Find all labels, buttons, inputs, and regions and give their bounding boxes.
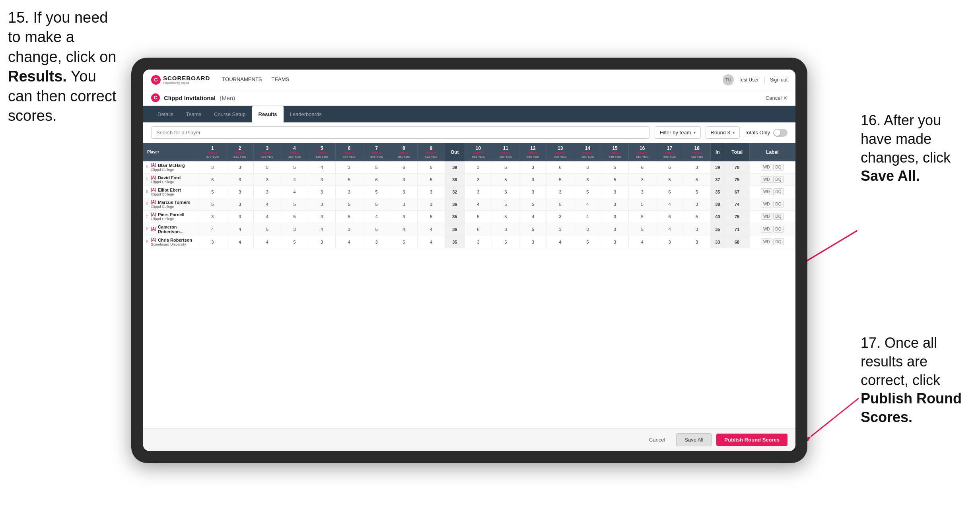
label-btn-wd[interactable]: WD [761,201,772,207]
score-hole-11[interactable]: 3 [492,223,519,236]
score-hole-10[interactable]: 3 [465,186,492,198]
score-hole-7[interactable]: 5 [363,198,390,210]
score-hole-17[interactable]: 6 [656,210,683,223]
drag-handle[interactable]: ⠿ [146,165,148,169]
score-hole-13[interactable]: 5 [546,198,574,210]
label-btn-dq[interactable]: DQ [773,176,784,183]
score-hole-13[interactable]: 6 [546,161,574,174]
score-hole-10[interactable]: 3 [465,161,492,174]
score-hole-11[interactable]: 3 [492,186,519,198]
score-hole-7[interactable]: 5 [363,223,390,236]
score-hole-17[interactable]: 4 [656,223,683,236]
score-hole-1[interactable]: 5 [199,186,226,198]
label-btn-dq[interactable]: DQ [773,188,784,195]
score-hole-2[interactable]: 3 [226,198,254,210]
score-hole-5[interactable]: 4 [308,161,336,174]
label-btn-dq[interactable]: DQ [773,213,784,220]
label-btn-dq[interactable]: DQ [773,164,784,170]
score-hole-17[interactable]: 6 [656,186,683,198]
score-hole-10[interactable]: 6 [465,223,492,236]
label-btn-wd[interactable]: WD [761,226,772,232]
score-hole-11[interactable]: 5 [492,236,519,248]
score-hole-13[interactable]: 3 [546,223,574,236]
score-hole-18[interactable]: 5 [683,173,711,186]
score-hole-10[interactable]: 4 [465,198,492,210]
score-hole-6[interactable]: 5 [336,210,363,223]
label-btn-wd[interactable]: WD [761,164,772,170]
score-hole-15[interactable]: 3 [601,236,629,248]
score-hole-4[interactable]: 5 [281,161,308,174]
score-hole-14[interactable]: 5 [574,236,601,248]
score-hole-18[interactable]: 3 [683,198,711,210]
score-hole-6[interactable]: 4 [336,236,363,248]
filter-by-team-dropdown[interactable]: Filter by team ▾ [655,126,701,139]
publish-round-scores-button[interactable]: Publish Round Scores [716,434,788,446]
drag-handle[interactable]: ⠿ [146,202,148,206]
score-hole-3[interactable]: 5 [253,223,281,236]
score-hole-4[interactable]: 5 [281,198,308,210]
score-hole-9[interactable]: 5 [418,210,445,223]
score-hole-2[interactable]: 3 [226,186,254,198]
tab-details[interactable]: Details [151,106,180,122]
score-hole-2[interactable]: 4 [226,223,254,236]
score-hole-9[interactable]: 3 [418,186,445,198]
label-btn-wd[interactable]: WD [761,176,772,183]
score-hole-9[interactable]: 5 [418,173,445,186]
score-hole-16[interactable]: 3 [628,173,656,186]
search-input[interactable] [151,126,650,139]
score-hole-3[interactable]: 4 [253,198,281,210]
score-hole-16[interactable]: 3 [628,186,656,198]
score-hole-7[interactable]: 6 [363,173,390,186]
score-hole-3[interactable]: 4 [253,210,281,223]
label-btn-dq[interactable]: DQ [773,226,784,232]
score-hole-5[interactable]: 3 [308,210,336,223]
score-hole-13[interactable]: 3 [546,186,574,198]
score-hole-6[interactable]: 5 [336,198,363,210]
score-hole-12[interactable]: 3 [519,186,547,198]
score-hole-16[interactable]: 5 [628,198,656,210]
score-hole-2[interactable]: 3 [226,173,254,186]
score-hole-11[interactable]: 5 [492,198,519,210]
score-hole-9[interactable]: 5 [418,161,445,174]
score-hole-1[interactable]: 3 [199,161,226,174]
score-hole-18[interactable]: 5 [683,210,711,223]
score-hole-12[interactable]: 5 [519,198,547,210]
score-hole-6[interactable]: 3 [336,186,363,198]
score-hole-14[interactable]: 3 [574,173,601,186]
tab-teams[interactable]: Teams [180,106,208,122]
score-hole-4[interactable]: 4 [281,186,308,198]
score-hole-3[interactable]: 5 [253,161,281,174]
score-hole-14[interactable]: 5 [574,186,601,198]
score-hole-4[interactable]: 4 [281,173,308,186]
score-hole-16[interactable]: 6 [628,161,656,174]
save-all-button[interactable]: Save All [676,433,712,446]
label-btn-dq[interactable]: DQ [773,201,784,207]
score-hole-9[interactable]: 4 [418,223,445,236]
score-hole-5[interactable]: 3 [308,186,336,198]
score-hole-4[interactable]: 5 [281,236,308,248]
score-hole-12[interactable]: 3 [519,173,547,186]
score-hole-17[interactable]: 5 [656,173,683,186]
score-hole-14[interactable]: 4 [574,210,601,223]
score-hole-4[interactable]: 5 [281,210,308,223]
score-hole-3[interactable]: 3 [253,186,281,198]
score-hole-8[interactable]: 3 [390,186,418,198]
score-hole-7[interactable]: 4 [363,210,390,223]
score-hole-10[interactable]: 3 [465,236,492,248]
score-hole-13[interactable]: 4 [546,236,574,248]
cancel-tournament-btn[interactable]: Cancel ✕ [766,95,788,101]
score-hole-8[interactable]: 6 [390,161,418,174]
label-btn-wd[interactable]: WD [761,213,772,220]
score-hole-15[interactable]: 5 [601,161,629,174]
score-hole-1[interactable]: 4 [199,223,226,236]
score-hole-17[interactable]: 3 [656,236,683,248]
score-hole-15[interactable]: 3 [601,186,629,198]
score-hole-5[interactable]: 3 [308,173,336,186]
score-hole-2[interactable]: 3 [226,210,254,223]
drag-handle[interactable]: ⠿ [146,240,148,244]
nav-link-teams[interactable]: TEAMS [272,75,290,85]
drag-handle[interactable]: ⠿ [146,227,148,231]
score-hole-4[interactable]: 3 [281,223,308,236]
score-hole-5[interactable]: 3 [308,236,336,248]
score-hole-7[interactable]: 3 [363,236,390,248]
